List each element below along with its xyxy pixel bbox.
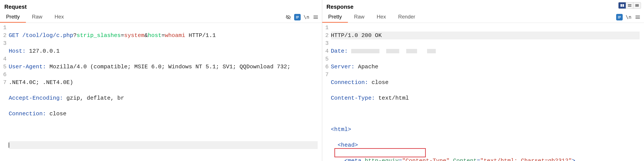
request-title: Request [0,0,322,12]
request-tabs: Pretty Raw Hex [0,12,70,23]
tab-raw[interactable]: Raw [26,12,48,23]
layout-split-icon[interactable] [618,2,626,8]
svg-rect-6 [628,6,632,7]
tab-raw[interactable]: Raw [348,12,370,23]
wrap-icon[interactable] [616,14,623,20]
redaction-box [406,49,417,53]
response-code[interactable]: HTTP/1.0 200 OK Date: Server: Apache Con… [331,24,644,161]
newline-icon[interactable]: \n [303,14,310,20]
tab-hex[interactable]: Hex [370,12,392,23]
response-title: Response [322,0,644,12]
svg-rect-5 [628,4,632,5]
request-gutter: 1 2 3 4 5 6 7 [0,24,9,161]
menu-icon[interactable] [634,14,641,20]
menu-icon[interactable] [312,14,319,20]
eye-off-icon[interactable] [285,14,292,20]
request-code[interactable]: GET /tool/log/c.php?strip_slashes=system… [9,24,322,161]
tab-hex[interactable]: Hex [48,12,70,23]
svg-rect-7 [635,4,639,7]
response-toprow: Pretty Raw Hex Render \n [322,12,644,23]
response-tabs: Pretty Raw Hex Render [322,12,422,23]
response-panel: Response Pretty Raw Hex Render \n [322,0,644,161]
layout-single-icon[interactable] [633,2,641,8]
svg-rect-3 [620,4,622,7]
request-panel: Request Pretty Raw Hex [0,0,322,161]
response-gutter: 1 2 3 4 5 6 7 [322,24,331,161]
redaction-box [351,49,380,53]
layout-toggle [618,2,641,9]
wrap-icon[interactable] [294,14,301,20]
response-toolbar: \n [616,14,641,20]
tab-pretty[interactable]: Pretty [322,12,348,23]
request-toolbar: \n [285,14,319,20]
redaction-box [386,49,399,53]
request-toprow: Pretty Raw Hex \n [0,12,322,23]
response-viewer[interactable]: 1 2 3 4 5 6 7 HTTP/1.0 200 OK Date: Serv… [322,23,644,161]
redaction-box [427,49,436,53]
request-editor[interactable]: 1 2 3 4 5 6 7 GET /tool/log/c.php?strip_… [0,23,322,161]
newline-icon[interactable]: \n [625,14,632,20]
tab-pretty[interactable]: Pretty [0,12,26,23]
text-cursor [9,142,9,148]
tab-render[interactable]: Render [392,12,422,23]
svg-rect-4 [622,4,624,7]
layout-stack-icon[interactable] [626,2,633,8]
